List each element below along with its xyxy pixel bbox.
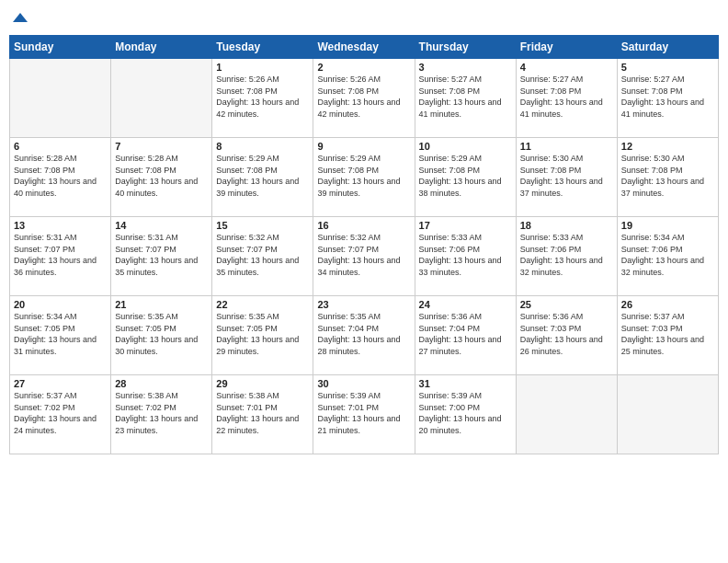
daylight-text: Daylight: 13 hours and 32 minutes. bbox=[621, 255, 714, 278]
daylight-text: Daylight: 13 hours and 29 minutes. bbox=[216, 334, 309, 357]
svg-marker-0 bbox=[13, 13, 28, 22]
sunrise-text: Sunrise: 5:38 AM bbox=[216, 390, 309, 402]
sunrise-text: Sunrise: 5:29 AM bbox=[216, 153, 309, 165]
day-number: 20 bbox=[14, 299, 107, 310]
daylight-text: Daylight: 13 hours and 39 minutes. bbox=[317, 176, 410, 199]
day-number: 28 bbox=[115, 378, 208, 389]
day-info: Sunrise: 5:26 AMSunset: 7:08 PMDaylight:… bbox=[216, 74, 309, 120]
day-info: Sunrise: 5:33 AMSunset: 7:06 PMDaylight:… bbox=[419, 232, 512, 278]
calendar-cell: 18Sunrise: 5:33 AMSunset: 7:06 PMDayligh… bbox=[516, 217, 617, 296]
day-info: Sunrise: 5:36 AMSunset: 7:04 PMDaylight:… bbox=[419, 311, 512, 357]
sunset-text: Sunset: 7:08 PM bbox=[115, 165, 208, 177]
sunset-text: Sunset: 7:02 PM bbox=[115, 402, 208, 414]
daylight-text: Daylight: 13 hours and 42 minutes. bbox=[216, 97, 309, 120]
day-info: Sunrise: 5:34 AMSunset: 7:05 PMDaylight:… bbox=[14, 311, 107, 357]
daylight-text: Daylight: 13 hours and 27 minutes. bbox=[419, 334, 512, 357]
daylight-text: Daylight: 13 hours and 42 minutes. bbox=[317, 97, 410, 120]
sunset-text: Sunset: 7:08 PM bbox=[419, 165, 512, 177]
day-info: Sunrise: 5:31 AMSunset: 7:07 PMDaylight:… bbox=[115, 232, 208, 278]
daylight-text: Daylight: 13 hours and 39 minutes. bbox=[216, 176, 309, 199]
weekday-header-tuesday: Tuesday bbox=[212, 36, 313, 59]
day-number: 31 bbox=[419, 378, 512, 389]
day-number: 22 bbox=[216, 299, 309, 310]
daylight-text: Daylight: 13 hours and 23 minutes. bbox=[115, 413, 208, 436]
sunrise-text: Sunrise: 5:35 AM bbox=[216, 311, 309, 323]
day-info: Sunrise: 5:38 AMSunset: 7:02 PMDaylight:… bbox=[115, 390, 208, 436]
weekday-header-monday: Monday bbox=[111, 36, 212, 59]
sunrise-text: Sunrise: 5:30 AM bbox=[621, 153, 714, 165]
calendar-week-row: 1Sunrise: 5:26 AMSunset: 7:08 PMDaylight… bbox=[10, 59, 719, 138]
daylight-text: Daylight: 13 hours and 20 minutes. bbox=[419, 413, 512, 436]
sunrise-text: Sunrise: 5:31 AM bbox=[14, 232, 107, 244]
calendar-cell: 12Sunrise: 5:30 AMSunset: 7:08 PMDayligh… bbox=[617, 138, 718, 217]
calendar-cell: 8Sunrise: 5:29 AMSunset: 7:08 PMDaylight… bbox=[212, 138, 313, 217]
sunset-text: Sunset: 7:07 PM bbox=[216, 244, 309, 256]
day-number: 16 bbox=[317, 220, 410, 231]
day-number: 19 bbox=[621, 220, 714, 231]
sunset-text: Sunset: 7:07 PM bbox=[14, 244, 107, 256]
sunset-text: Sunset: 7:03 PM bbox=[621, 323, 714, 335]
sunrise-text: Sunrise: 5:34 AM bbox=[621, 232, 714, 244]
day-info: Sunrise: 5:29 AMSunset: 7:08 PMDaylight:… bbox=[317, 153, 410, 199]
sunrise-text: Sunrise: 5:29 AM bbox=[317, 153, 410, 165]
daylight-text: Daylight: 13 hours and 22 minutes. bbox=[216, 413, 309, 436]
day-number: 14 bbox=[115, 220, 208, 231]
sunset-text: Sunset: 7:04 PM bbox=[317, 323, 410, 335]
sunrise-text: Sunrise: 5:26 AM bbox=[216, 74, 309, 86]
day-number: 24 bbox=[419, 299, 512, 310]
sunset-text: Sunset: 7:08 PM bbox=[14, 165, 107, 177]
calendar-cell: 11Sunrise: 5:30 AMSunset: 7:08 PMDayligh… bbox=[516, 138, 617, 217]
calendar-cell: 25Sunrise: 5:36 AMSunset: 7:03 PMDayligh… bbox=[516, 296, 617, 375]
day-info: Sunrise: 5:27 AMSunset: 7:08 PMDaylight:… bbox=[520, 74, 613, 120]
sunrise-text: Sunrise: 5:38 AM bbox=[115, 390, 208, 402]
calendar-cell: 14Sunrise: 5:31 AMSunset: 7:07 PMDayligh… bbox=[111, 217, 212, 296]
day-info: Sunrise: 5:35 AMSunset: 7:05 PMDaylight:… bbox=[115, 311, 208, 357]
day-number: 5 bbox=[621, 62, 714, 73]
day-number: 9 bbox=[317, 141, 410, 152]
sunset-text: Sunset: 7:04 PM bbox=[419, 323, 512, 335]
calendar-week-row: 6Sunrise: 5:28 AMSunset: 7:08 PMDaylight… bbox=[10, 138, 719, 217]
calendar-cell: 3Sunrise: 5:27 AMSunset: 7:08 PMDaylight… bbox=[415, 59, 516, 138]
calendar-cell bbox=[617, 375, 718, 454]
daylight-text: Daylight: 13 hours and 31 minutes. bbox=[14, 334, 107, 357]
sunrise-text: Sunrise: 5:30 AM bbox=[520, 153, 613, 165]
daylight-text: Daylight: 13 hours and 41 minutes. bbox=[520, 97, 613, 120]
day-number: 4 bbox=[520, 62, 613, 73]
calendar-cell: 16Sunrise: 5:32 AMSunset: 7:07 PMDayligh… bbox=[313, 217, 415, 296]
day-info: Sunrise: 5:26 AMSunset: 7:08 PMDaylight:… bbox=[317, 74, 410, 120]
sunset-text: Sunset: 7:05 PM bbox=[14, 323, 107, 335]
day-info: Sunrise: 5:38 AMSunset: 7:01 PMDaylight:… bbox=[216, 390, 309, 436]
day-info: Sunrise: 5:29 AMSunset: 7:08 PMDaylight:… bbox=[216, 153, 309, 199]
day-info: Sunrise: 5:37 AMSunset: 7:03 PMDaylight:… bbox=[621, 311, 714, 357]
day-number: 21 bbox=[115, 299, 208, 310]
logo bbox=[9, 9, 29, 28]
day-number: 2 bbox=[317, 62, 410, 73]
sunset-text: Sunset: 7:07 PM bbox=[317, 244, 410, 256]
sunset-text: Sunset: 7:02 PM bbox=[14, 402, 107, 414]
sunset-text: Sunset: 7:08 PM bbox=[520, 165, 613, 177]
sunset-text: Sunset: 7:08 PM bbox=[216, 165, 309, 177]
calendar-cell: 22Sunrise: 5:35 AMSunset: 7:05 PMDayligh… bbox=[212, 296, 313, 375]
calendar-week-row: 20Sunrise: 5:34 AMSunset: 7:05 PMDayligh… bbox=[10, 296, 719, 375]
sunset-text: Sunset: 7:06 PM bbox=[520, 244, 613, 256]
daylight-text: Daylight: 13 hours and 37 minutes. bbox=[621, 176, 714, 199]
sunrise-text: Sunrise: 5:29 AM bbox=[419, 153, 512, 165]
day-number: 6 bbox=[14, 141, 107, 152]
sunrise-text: Sunrise: 5:36 AM bbox=[520, 311, 613, 323]
sunset-text: Sunset: 7:08 PM bbox=[216, 86, 309, 98]
day-number: 12 bbox=[621, 141, 714, 152]
weekday-header-thursday: Thursday bbox=[415, 36, 516, 59]
daylight-text: Daylight: 13 hours and 32 minutes. bbox=[520, 255, 613, 278]
calendar-cell: 4Sunrise: 5:27 AMSunset: 7:08 PMDaylight… bbox=[516, 59, 617, 138]
sunset-text: Sunset: 7:06 PM bbox=[419, 244, 512, 256]
day-info: Sunrise: 5:27 AMSunset: 7:08 PMDaylight:… bbox=[419, 74, 512, 120]
daylight-text: Daylight: 13 hours and 41 minutes. bbox=[419, 97, 512, 120]
sunset-text: Sunset: 7:01 PM bbox=[317, 402, 410, 414]
day-number: 17 bbox=[419, 220, 512, 231]
day-info: Sunrise: 5:37 AMSunset: 7:02 PMDaylight:… bbox=[14, 390, 107, 436]
calendar-cell: 10Sunrise: 5:29 AMSunset: 7:08 PMDayligh… bbox=[415, 138, 516, 217]
sunset-text: Sunset: 7:08 PM bbox=[317, 165, 410, 177]
sunrise-text: Sunrise: 5:27 AM bbox=[419, 74, 512, 86]
daylight-text: Daylight: 13 hours and 36 minutes. bbox=[14, 255, 107, 278]
calendar-cell: 31Sunrise: 5:39 AMSunset: 7:00 PMDayligh… bbox=[415, 375, 516, 454]
